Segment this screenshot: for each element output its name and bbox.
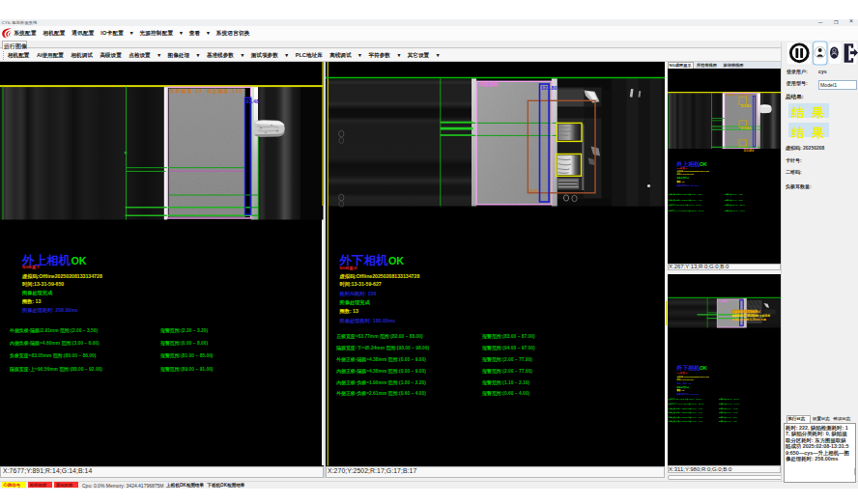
svg-text:内侧正极-隔膜=4.38mm 范围:(0.00 ~ 9.00: 内侧正极-隔膜=4.38mm 范围:(0.00 ~ 9.00)	[336, 367, 426, 374]
svg-text:报警范围:(2.00 ~ 77.00): 报警范围:(2.00 ~ 77.00)	[718, 410, 738, 413]
svg-text:灰阶阈值:93, 动态阈值:100: 灰阶阈值:93, 动态阈值:100	[169, 87, 243, 94]
svg-text:图像处理完成: 图像处理完成	[22, 290, 53, 296]
svg-text:隔膜宽度-下=95.24mm 范围:(93.00 ~ 98.: 隔膜宽度-下=95.24mm 范围:(93.00 ~ 98.00)	[668, 403, 703, 406]
svg-text:报警范围:(89.00 ~ 91.00): 报警范围:(89.00 ~ 91.00)	[724, 210, 745, 212]
svg-text:12.3,45.6: 12.3,45.6	[743, 149, 754, 153]
svg-text:正极宽度=83.77mm 范围:(82.00 ~ 88.00: 正极宽度=83.77mm 范围:(82.00 ~ 88.00)	[336, 332, 423, 339]
svg-text:外侧正极-隔膜=4.38mm 范围:(0.00 ~ 9.00: 外侧正极-隔膜=4.38mm 范围:(0.00 ~ 9.00)	[335, 356, 426, 363]
svg-text:时间:13-31-59-627: 时间:13-31-59-627	[676, 378, 694, 381]
svg-text:虚拟码:Offline20250208133134728: 虚拟码:Offline20250208133134728	[675, 374, 709, 378]
svg-text:图像处理耗时: 258.00ms: 图像处理耗时: 258.00ms	[22, 307, 78, 314]
svg-text:外侧正极-隔膜=4.38mm 范围:(0.00 ~ 9.00: 外侧正极-隔膜=4.38mm 范围:(0.00 ~ 9.00)	[668, 406, 702, 409]
svg-text:隔膜宽度-上=90.56mm 范围:(88.00 ~ 92.: 隔膜宽度-上=90.56mm 范围:(88.00 ~ 92.00)	[668, 210, 703, 212]
svg-text:报警范围:(0.60 ~ 4.00): 报警范围:(0.60 ~ 4.00)	[481, 389, 529, 396]
svg-text:圈数: 13: 圈数: 13	[339, 308, 358, 315]
svg-text:内侧负极-隔膜=4.60mm 范围:(3.00 ~ 6.00: 内侧负极-隔膜=4.60mm 范围:(3.00 ~ 6.00)	[668, 199, 702, 202]
svg-text:隔膜宽度-下=95.24mm 范围:(93.00 ~ 98.: 隔膜宽度-下=95.24mm 范围:(93.00 ~ 98.00)	[336, 345, 429, 351]
svg-text:内侧负极-隔膜=4.60mm 范围:(3.00 ~ 6.00: 内侧负极-隔膜=4.60mm 范围:(3.00 ~ 6.00)	[10, 339, 100, 346]
svg-text:外侧负极-隔膜/2.91mm 范围:(2.00 ~ 3.50: 外侧负极-隔膜/2.91mm 范围:(2.00 ~ 3.50)	[668, 193, 702, 196]
svg-text:报警范围:(2.20 ~ 3.20): 报警范围:(2.20 ~ 3.20)	[159, 326, 208, 333]
svg-text:93.48: 93.48	[529, 189, 537, 193]
svg-text:报警范围:(81.00 ~ 85.00): 报警范围:(81.00 ~ 85.00)	[159, 352, 214, 359]
svg-text:内侧正极-负极=1.90mm 范围:(1.00 ~ 2.20: 内侧正极-负极=1.90mm 范围:(1.00 ~ 2.20)	[668, 415, 702, 418]
svg-text:报警范围:(1.10 ~ 2.10): 报警范围:(1.10 ~ 2.10)	[481, 378, 529, 385]
svg-text:虚拟码:Offline20250208133134728: 虚拟码:Offline20250208133134728	[21, 272, 102, 279]
svg-text:图像处理完成: 图像处理完成	[676, 384, 689, 388]
svg-text:正极宽度=83.77mm 范围:(82.00 ~ 88.00: 正极宽度=83.77mm 范围:(82.00 ~ 88.00)	[668, 398, 701, 401]
svg-text:报警范围:(94.00 ~ 97.00): 报警范围:(94.00 ~ 97.00)	[718, 403, 739, 406]
svg-text:虚拟码:Offline20250208133134728: 虚拟码:Offline20250208133134728	[338, 272, 419, 279]
svg-text:时间:13-31-59-627: 时间:13-31-59-627	[339, 281, 381, 288]
svg-text:圈数: 13: 圈数: 13	[676, 388, 685, 392]
svg-text:时间:13-31-59-650: 时间:13-31-59-650	[22, 281, 64, 288]
svg-text:报警范围:(2.00 ~ 77.00): 报警范围:(2.00 ~ 77.00)	[481, 356, 532, 363]
svg-text:报警范围:(0.00 ~ 8.00): 报警范围:(0.00 ~ 8.00)	[159, 339, 208, 346]
svg-text:123.80: 123.80	[541, 85, 558, 91]
svg-text:外侧正极-负极=2.61mm 范围:(0.60 ~ 4.00: 外侧正极-负极=2.61mm 范围:(0.60 ~ 4.00)	[335, 389, 426, 396]
svg-text:报警范围:(2.00 ~ 77.00): 报警范围:(2.00 ~ 77.00)	[481, 367, 532, 374]
svg-text:93.48: 93.48	[246, 98, 260, 104]
svg-text:报警范围:(2.00 ~ 77.00): 报警范围:(2.00 ~ 77.00)	[718, 406, 738, 409]
svg-text:外侧负极-隔膜/2.91mm 范围:(2.00 ~ 3.50: 外侧负极-隔膜/2.91mm 范围:(2.00 ~ 3.50)	[9, 326, 99, 333]
svg-text:时间:13-31-59-650: 时间:13-31-59-650	[676, 173, 694, 176]
svg-text:报警范围:(83.00 ~ 87.00): 报警范围:(83.00 ~ 87.00)	[481, 332, 535, 339]
svg-text:内侧正极-隔膜=4.38mm 范围:(0.00 ~ 9.00: 内侧正极-隔膜=4.38mm 范围:(0.00 ~ 9.00)	[668, 410, 702, 413]
svg-text:耗时AI耗时: 156: 耗时AI耗时: 156	[338, 290, 376, 296]
svg-text:报警范围:(1.10 ~ 2.10): 报警范围:(1.10 ~ 2.10)	[718, 415, 737, 418]
svg-text:图像处理耗时: 180.00ms: 图像处理耗时: 180.00ms	[339, 317, 395, 323]
svg-text:12.3,45.6: 12.3,45.6	[740, 126, 751, 130]
svg-text:外侧正极-隔膜 4.38mm 内侧: 外侧正极-隔膜 4.38mm 内侧	[730, 317, 765, 321]
svg-text:12.3,45.6: 12.3,45.6	[740, 104, 751, 108]
svg-text:外侧正极-负极=2.61mm 范围:(0.60 ~ 4.00: 外侧正极-负极=2.61mm 范围:(0.60 ~ 4.00)	[668, 420, 702, 423]
svg-text:圈数: 13: 圈数: 13	[22, 297, 41, 304]
svg-text:报警范围:(83.00 ~ 87.00): 报警范围:(83.00 ~ 87.00)	[718, 398, 739, 401]
svg-text:圈数: 13: 圈数: 13	[676, 180, 685, 183]
svg-text:AI检测框: AI检测框	[478, 81, 498, 88]
svg-text:报警范围:(0.60 ~ 4.00): 报警范围:(0.60 ~ 4.00)	[718, 420, 737, 423]
svg-text:报警范围:(89.00 ~ 91.00): 报警范围:(89.00 ~ 91.00)	[159, 365, 214, 372]
svg-text:NG处置:T: NG处置:T	[22, 265, 40, 269]
svg-text:图像处理耗时: 180.00ms: 图像处理耗时: 180.00ms	[676, 391, 700, 395]
svg-text:负极宽度=83.05mm 范围:(80.00 ~ 86.00: 负极宽度=83.05mm 范围:(80.00 ~ 86.00)	[9, 352, 97, 359]
svg-text:图像处理耗时: 258.00ms: 图像处理耗时: 258.00ms	[676, 183, 700, 187]
svg-text:报警范围:(0.00 ~ 8.00): 报警范围:(0.00 ~ 8.00)	[724, 199, 743, 202]
svg-text:负极宽度=83.05mm 范围:(80.00 ~ 86.00: 负极宽度=83.05mm 范围:(80.00 ~ 86.00)	[668, 204, 701, 207]
svg-text:图像处理完成: 图像处理完成	[339, 298, 370, 305]
svg-text:耗时AI耗时: 156: 耗时AI耗时: 156	[675, 381, 692, 384]
svg-text:NG处置:D: NG处置:D	[676, 370, 687, 374]
svg-text:NG处置:D: NG处置:D	[339, 266, 357, 270]
svg-text:内侧正极-负极=1.90mm 范围:(1.00 ~ 2.20: 内侧正极-负极=1.90mm 范围:(1.00 ~ 2.20)	[336, 378, 426, 385]
svg-text:图像处理完成: 图像处理完成	[676, 176, 689, 180]
svg-text:报警范围:(2.20 ~ 3.20): 报警范围:(2.20 ~ 3.20)	[724, 193, 743, 196]
svg-text:报警范围:(94.00 ~ 97.00): 报警范围:(94.00 ~ 97.00)	[481, 345, 535, 351]
svg-text:虚拟码:Offline20250208133134728: 虚拟码:Offline20250208133134728	[675, 169, 709, 173]
svg-text:报警范围:(81.00 ~ 85.00): 报警范围:(81.00 ~ 85.00)	[724, 204, 745, 207]
svg-text:隔膜宽度-上=90.56mm 范围:(88.00 ~ 92.: 隔膜宽度-上=90.56mm 范围:(88.00 ~ 92.00)	[10, 365, 102, 372]
